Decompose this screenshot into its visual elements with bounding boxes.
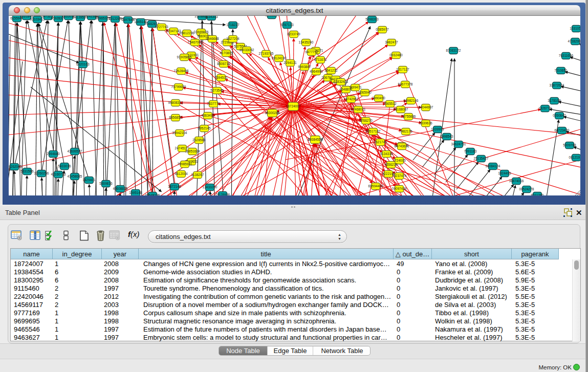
svg-text:33942104: 33942104 [172,131,187,135]
svg-text:84677378: 84677378 [398,82,413,86]
svg-text:9477752: 9477752 [305,50,318,54]
svg-text:87347143: 87347143 [166,29,181,33]
svg-text:7837770: 7837770 [207,102,220,105]
svg-text:1595148: 1595148 [129,191,142,194]
svg-text:1012269: 1012269 [108,17,122,20]
svg-text:0154303: 0154303 [205,16,218,18]
svg-text:00524278: 00524278 [519,187,534,191]
svg-text:48963834: 48963834 [265,16,279,17]
svg-text:1939909: 1939909 [431,127,444,131]
svg-text:36851604: 36851604 [185,149,200,153]
svg-text:79237474: 79237474 [392,174,407,178]
svg-text:98262045: 98262045 [9,165,22,168]
svg-text:94808313: 94808313 [168,101,183,104]
svg-text:25135427: 25135427 [474,157,489,160]
svg-text:45168087: 45168087 [394,107,408,111]
svg-text:33872624: 33872624 [550,83,564,87]
svg-text:68723430: 68723430 [555,128,570,132]
svg-text:69594406: 69594406 [368,184,383,188]
svg-text:3482477: 3482477 [385,40,398,44]
svg-text:1326773: 1326773 [538,106,552,110]
svg-text:32260256: 32260256 [34,171,49,175]
svg-text:63982146: 63982146 [404,99,419,102]
svg-text:73467065: 73467065 [188,40,203,44]
svg-text:8506716: 8506716 [217,62,230,65]
svg-text:65648236: 65648236 [145,193,160,195]
svg-text:0260647: 0260647 [553,114,566,117]
svg-text:1718227: 1718227 [226,23,239,27]
svg-text:15300285: 15300285 [265,111,280,115]
svg-text:5273545: 5273545 [210,89,224,92]
svg-text:0385977: 0385977 [376,28,389,31]
svg-text:0932480: 0932480 [389,53,403,57]
svg-text:76311656: 76311656 [559,54,574,57]
svg-text:1824493: 1824493 [498,171,511,175]
svg-text:1429401: 1429401 [82,178,96,182]
svg-text:5766270: 5766270 [359,119,373,122]
svg-text:73799650: 73799650 [171,85,186,89]
svg-text:1317127: 1317127 [396,68,409,71]
svg-text:6320163: 6320163 [76,62,90,66]
svg-text:8727743: 8727743 [155,25,168,29]
svg-text:91905865: 91905865 [177,55,192,59]
svg-text:3872148: 3872148 [168,185,181,188]
svg-text:2994680: 2994680 [47,152,60,156]
svg-text:2328588: 2328588 [192,138,206,142]
svg-text:41458685: 41458685 [68,174,82,178]
svg-text:5787133: 5787133 [280,23,294,27]
svg-text:64743671: 64743671 [395,144,409,148]
svg-text:70985931: 70985931 [178,162,192,166]
svg-text:47382997: 47382997 [568,39,580,43]
svg-text:4170805: 4170805 [220,51,233,55]
svg-text:10033092: 10033092 [239,48,254,52]
svg-text:19384554: 19384554 [308,138,323,141]
svg-text:9065940: 9065940 [358,91,372,94]
svg-text:08121913: 08121913 [569,156,580,159]
svg-text:4711671: 4711671 [314,58,327,61]
svg-text:5331586: 5331586 [20,169,34,173]
svg-text:7482175: 7482175 [399,129,412,133]
svg-text:9993867: 9993867 [298,65,311,69]
svg-text:87083172: 87083172 [446,49,461,52]
svg-text:7010651: 7010651 [554,69,568,72]
svg-text:40608835: 40608835 [113,187,128,190]
svg-text:8895798: 8895798 [9,168,11,171]
svg-text:6697848: 6697848 [121,18,135,21]
svg-text:8233749: 8233749 [287,32,300,36]
svg-text:5339636: 5339636 [419,121,432,125]
svg-text:27193745: 27193745 [259,52,274,55]
svg-text:8856855: 8856855 [169,116,182,119]
svg-text:98084124: 98084124 [486,164,500,168]
svg-text:2621745: 2621745 [374,140,387,144]
svg-text:89517187: 89517187 [366,129,381,133]
svg-text:7565512: 7565512 [383,102,397,105]
svg-text:4556238: 4556238 [384,163,398,166]
svg-text:67468071: 67468071 [351,107,366,111]
svg-text:3341232: 3341232 [324,69,338,72]
svg-text:43699577: 43699577 [68,149,82,153]
svg-text:93103413: 93103413 [30,17,45,21]
svg-text:13435240: 13435240 [299,40,314,44]
svg-text:4964990: 4964990 [310,70,323,73]
svg-text:4612004: 4612004 [175,172,188,176]
svg-text:13433200: 13433200 [203,185,217,189]
svg-text:78755886: 78755886 [401,115,416,118]
svg-text:34624751: 34624751 [451,142,466,146]
svg-text:42160733: 42160733 [51,172,66,176]
svg-text:5433036: 5433036 [58,164,71,168]
svg-text:55812236: 55812236 [180,31,194,35]
svg-text:9134316: 9134316 [380,152,393,156]
svg-text:0546688: 0546688 [206,37,219,40]
svg-text:7694531: 7694531 [214,76,228,79]
svg-text:72628498: 72628498 [174,69,189,73]
svg-text:2294131: 2294131 [284,61,297,64]
svg-text:09097439: 09097439 [392,187,407,190]
svg-text:6998543: 6998543 [440,135,453,138]
svg-text:5009788: 5009788 [563,143,576,147]
svg-text:5569816: 5569816 [99,182,113,185]
svg-text:8011280: 8011280 [531,193,544,195]
svg-text:99124190: 99124190 [272,56,287,60]
svg-text:34874016: 34874016 [509,179,524,183]
svg-text:18724007: 18724007 [286,104,301,108]
svg-text:1627204: 1627204 [226,37,239,40]
